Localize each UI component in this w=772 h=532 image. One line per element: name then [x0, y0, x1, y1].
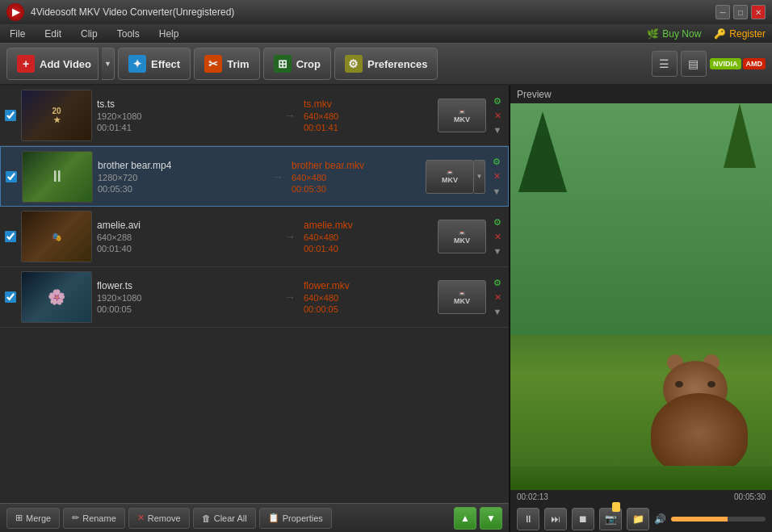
stop-button[interactable]: ⏹: [572, 508, 594, 530]
settings-action-button[interactable]: ⚙: [491, 94, 504, 107]
format-badge[interactable]: 📼 MKV: [438, 220, 486, 253]
app-title: 4Videosoft MKV Video Converter(Unregiste…: [31, 6, 709, 18]
crop-button[interactable]: ⊞ Crop: [263, 48, 331, 80]
progress-handle[interactable]: [612, 502, 620, 512]
time-total: 00:05:30: [734, 492, 766, 501]
bear-eye-left: [675, 381, 683, 387]
crop-label: Crop: [296, 58, 321, 70]
buy-now-button[interactable]: 🌿 Buy Now: [647, 28, 701, 40]
speaker-icon: 🔊: [654, 513, 666, 525]
key-icon: 🔑: [714, 28, 726, 40]
menubar: File Edit Clip Tools Help 🌿 Buy Now 🔑 Re…: [0, 24, 772, 44]
table-row[interactable]: ⏸ brother bear.mp4 1280×720 00:05:30 → b…: [0, 146, 509, 207]
format-badge[interactable]: 📼 MKV: [438, 280, 486, 314]
step-forward-button[interactable]: ⏭: [544, 508, 567, 530]
register-button[interactable]: 🔑 Register: [714, 28, 766, 40]
rename-button[interactable]: ✏ Rename: [63, 508, 125, 529]
expand-action-button[interactable]: ▼: [491, 305, 504, 318]
move-up-button[interactable]: ▲: [454, 507, 476, 530]
remove-label: Remove: [148, 513, 181, 523]
clear-label: Clear All: [214, 513, 247, 523]
file-duration: 00:01:41: [97, 123, 276, 132]
format-badge[interactable]: 📼 MKV: [426, 160, 474, 194]
menu-clip[interactable]: Clip: [78, 27, 101, 41]
add-video-dropdown[interactable]: ▼: [102, 48, 115, 80]
file-checkbox[interactable]: [5, 110, 16, 121]
output-resolution: 640×480: [304, 232, 433, 242]
video-frame: [510, 103, 772, 490]
output-duration: 00:05:30: [292, 184, 421, 194]
preferences-button[interactable]: ⚙ Preferences: [334, 48, 438, 80]
output-name: brother bear.mkv: [292, 160, 421, 171]
bear-body: [651, 393, 748, 474]
remove-action-button[interactable]: ✕: [491, 230, 504, 243]
trim-button[interactable]: ✂ Trim: [194, 48, 259, 80]
file-name: brother bear.mp4: [98, 160, 264, 171]
expand-action-button[interactable]: ▼: [491, 245, 504, 258]
close-button[interactable]: ✕: [751, 5, 766, 19]
arrow-icon: →: [272, 170, 283, 183]
clear-all-button[interactable]: 🗑 Clear All: [193, 508, 256, 529]
settings-action-button[interactable]: ⚙: [491, 276, 504, 289]
list-view-button[interactable]: ☰: [652, 51, 678, 77]
move-down-button[interactable]: ▼: [480, 507, 502, 530]
minimize-button[interactable]: ─: [715, 5, 730, 19]
menu-help[interactable]: Help: [156, 27, 183, 41]
settings-action-button[interactable]: ⚙: [491, 216, 504, 228]
add-video-button[interactable]: + Add Video: [6, 48, 99, 80]
file-info: brother bear.mp4 1280×720 00:05:30: [98, 160, 264, 194]
file-checkbox[interactable]: [5, 231, 16, 242]
file-list: 20★ ts.ts 1920×1080 00:01:41 → ts.mkv 64…: [0, 86, 509, 532]
output-resolution: 640×480: [304, 293, 433, 303]
output-name: ts.mkv: [304, 98, 433, 110]
menu-file[interactable]: File: [6, 27, 28, 41]
menu-edit[interactable]: Edit: [41, 27, 65, 41]
table-row[interactable]: 🎭 amelie.avi 640×288 00:01:40 → amelie.m…: [0, 207, 509, 267]
maximize-button[interactable]: □: [733, 5, 748, 19]
arrow-icon: →: [284, 291, 296, 304]
remove-icon: ✕: [137, 513, 145, 523]
menu-tools[interactable]: Tools: [114, 27, 143, 41]
file-checkbox[interactable]: [5, 291, 16, 303]
file-checkbox[interactable]: [6, 171, 17, 182]
file-duration: 00:05:30: [98, 184, 264, 194]
main-area: 20★ ts.ts 1920×1080 00:01:41 → ts.mkv 64…: [0, 86, 772, 532]
time-current: 00:02:13: [517, 492, 548, 501]
pause-button[interactable]: ⏸: [517, 508, 539, 530]
crop-icon: ⊞: [274, 55, 292, 73]
file-output: ts.mkv 640×480 00:01:41: [304, 98, 433, 132]
trim-icon: ✂: [204, 55, 222, 73]
properties-label: Properties: [283, 513, 323, 523]
output-duration: 00:00:05: [304, 304, 433, 314]
properties-icon: 📋: [268, 513, 279, 523]
format-badge[interactable]: 📼 MKV: [438, 98, 486, 132]
expand-action-button[interactable]: ▼: [491, 124, 504, 136]
properties-button[interactable]: 📋 Properties: [259, 508, 332, 529]
effect-button[interactable]: ✦ Effect: [118, 48, 191, 80]
file-output: brother bear.mkv 640×480 00:05:30: [292, 160, 421, 194]
format-dropdown-button[interactable]: ▼: [474, 160, 485, 194]
remove-button[interactable]: ✕ Remove: [128, 508, 190, 529]
window-controls: ─ □ ✕: [715, 5, 766, 19]
expand-action-button[interactable]: ▼: [490, 185, 503, 198]
file-resolution: 1280×720: [98, 173, 264, 182]
remove-action-button[interactable]: ✕: [490, 170, 503, 183]
volume-slider[interactable]: [671, 517, 766, 522]
file-actions: ⚙ ✕ ▼: [491, 94, 504, 136]
detail-view-button[interactable]: ▤: [681, 51, 707, 77]
remove-action-button[interactable]: ✕: [491, 291, 504, 304]
format-icon: 📼: [458, 290, 466, 297]
merge-button[interactable]: ⊞ Merge: [6, 508, 60, 529]
preferences-label: Preferences: [367, 58, 427, 70]
folder-button[interactable]: 📁: [627, 508, 649, 530]
file-info: amelie.avi 640×288 00:01:40: [97, 220, 276, 253]
table-row[interactable]: 🌸 flower.ts 1920×1080 00:00:05 → flower.…: [0, 267, 509, 328]
remove-action-button[interactable]: ✕: [491, 109, 504, 122]
file-actions: ⚙ ✕ ▼: [491, 276, 504, 318]
preview-label: Preview: [510, 86, 772, 103]
playback-controls: ⏸ ⏭ ⏹ 📷 📁 🔊: [517, 508, 766, 530]
table-row[interactable]: 20★ ts.ts 1920×1080 00:01:41 → ts.mkv 64…: [0, 86, 509, 146]
move-buttons: ▲ ▼: [454, 507, 502, 530]
settings-action-button[interactable]: ⚙: [490, 156, 503, 169]
preferences-icon: ⚙: [345, 55, 363, 73]
